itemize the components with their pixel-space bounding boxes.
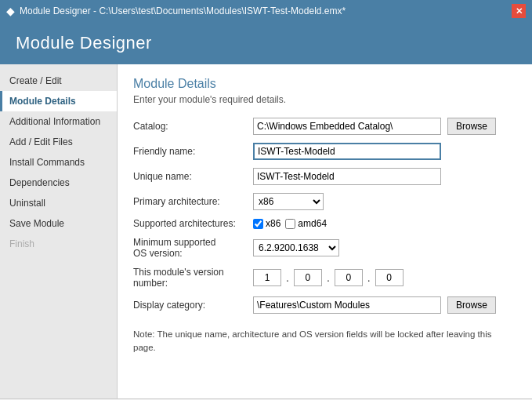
display-category-row: Display category: Browse [133, 296, 516, 314]
amd64-checkbox-item: amd64 [285, 218, 327, 229]
sidebar-item-additional-info[interactable]: Additional Information [0, 111, 117, 132]
title-bar-text: Module Designer - C:\Users\test\Document… [20, 5, 346, 16]
app-icon: ◆ [6, 5, 15, 17]
supported-arch-row: Supported architectures: x86 amd64 [133, 218, 516, 229]
min-os-label: Minimum supportedOS version: [133, 237, 247, 259]
amd64-label: amd64 [298, 218, 327, 229]
catalog-browse-button[interactable]: Browse [447, 118, 496, 135]
version-number-label: This module's versionnumber: [133, 267, 247, 289]
title-bar: ◆ Module Designer - C:\Users\test\Docume… [0, 0, 532, 22]
display-category-input[interactable] [253, 296, 441, 314]
arch-checkbox-group: x86 amd64 [253, 218, 327, 229]
version-minor-input[interactable] [294, 269, 322, 286]
sidebar-item-add-edit-files[interactable]: Add / Edit Files [0, 132, 117, 152]
supported-arch-label: Supported architectures: [133, 218, 247, 229]
sidebar-item-finish: Finish [0, 234, 117, 254]
app-title: Module Designer [16, 33, 152, 53]
sidebar-item-uninstall[interactable]: Uninstall [0, 193, 117, 213]
catalog-row: Catalog: Browse [133, 118, 516, 135]
x86-checkbox[interactable] [253, 219, 263, 229]
section-subtitle: Enter your module's required details. [133, 94, 516, 105]
version-patch-input[interactable] [335, 269, 363, 286]
catalog-label: Catalog: [133, 121, 247, 132]
friendly-name-input[interactable] [253, 143, 441, 160]
version-fields: . . . [253, 269, 404, 286]
primary-arch-row: Primary architecture: x86 x64 ARM [133, 193, 516, 210]
sidebar-item-module-details[interactable]: Module Details [0, 91, 117, 111]
x86-checkbox-item: x86 [253, 218, 280, 229]
sidebar-item-dependencies[interactable]: Dependencies [0, 173, 117, 193]
section-title: Module Details [133, 77, 516, 91]
friendly-name-row: Friendly name: [133, 143, 516, 160]
app-header: Module Designer [0, 22, 532, 64]
friendly-name-label: Friendly name: [133, 146, 247, 157]
amd64-checkbox[interactable] [285, 219, 295, 229]
sidebar-item-create-edit[interactable]: Create / Edit [0, 71, 117, 91]
catalog-input[interactable] [253, 118, 441, 135]
unique-name-label: Unique name: [133, 171, 247, 182]
sidebar: Create / Edit Module Details Additional … [0, 64, 118, 398]
version-major-input[interactable] [253, 269, 281, 286]
main-container: Create / Edit Module Details Additional … [0, 64, 532, 398]
close-button[interactable]: ✕ [512, 4, 526, 18]
content-area: Module Details Enter your module's requi… [118, 64, 532, 398]
note-box: Note: The unique name, architecture and … [133, 322, 494, 362]
min-os-row: Minimum supportedOS version: 6.2.9200.16… [133, 237, 516, 259]
version-build-input[interactable] [375, 269, 404, 286]
display-category-label: Display category: [133, 300, 247, 311]
sidebar-item-install-commands[interactable]: Install Commands [0, 152, 117, 173]
x86-label: x86 [266, 218, 280, 229]
primary-arch-select[interactable]: x86 x64 ARM [253, 193, 324, 210]
version-number-row: This module's versionnumber: . . . [133, 267, 516, 289]
display-category-browse-button[interactable]: Browse [447, 296, 496, 314]
unique-name-input[interactable] [253, 168, 441, 185]
min-os-select[interactable]: 6.2.9200.1638 [253, 239, 339, 256]
sidebar-item-save-module[interactable]: Save Module [0, 213, 117, 234]
unique-name-row: Unique name: [133, 168, 516, 185]
primary-arch-label: Primary architecture: [133, 196, 247, 207]
